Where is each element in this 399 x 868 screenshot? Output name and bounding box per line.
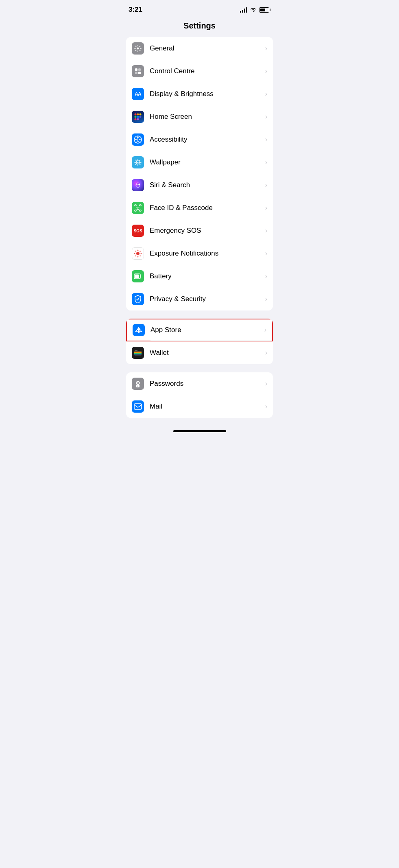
sidebar-item-mail[interactable]: Mail ›	[126, 395, 273, 418]
svg-point-25	[137, 250, 139, 251]
home-screen-chevron: ›	[265, 113, 267, 120]
svg-rect-38	[134, 354, 142, 354]
battery-icon-row	[132, 270, 144, 282]
privacy-security-chevron: ›	[265, 295, 267, 303]
passwords-icon	[132, 378, 144, 390]
passwords-chevron: ›	[265, 380, 267, 387]
battery-label: Battery	[150, 272, 265, 280]
home-bar	[173, 430, 226, 432]
sidebar-item-passwords[interactable]: Passwords ›	[126, 372, 273, 395]
svg-point-12	[137, 118, 139, 120]
wallet-label: Wallet	[150, 349, 265, 357]
svg-point-13	[137, 136, 139, 138]
wallpaper-icon	[132, 156, 144, 168]
siri-search-chevron: ›	[265, 181, 267, 189]
sidebar-item-emergency-sos[interactable]: SOS Emergency SOS ›	[126, 219, 273, 242]
svg-rect-39	[135, 350, 137, 351]
svg-point-32	[140, 255, 141, 256]
svg-point-9	[137, 116, 139, 118]
sidebar-item-display-brightness[interactable]: AA Display & Brightness ›	[126, 83, 273, 105]
sidebar-item-accessibility[interactable]: Accessibility ›	[126, 128, 273, 151]
emergency-sos-chevron: ›	[265, 227, 267, 234]
siri-icon	[132, 179, 144, 191]
sidebar-item-face-id[interactable]: Face ID & Passcode ›	[126, 197, 273, 219]
page-title: Settings	[120, 17, 279, 37]
face-id-icon	[132, 202, 144, 214]
wallet-icon	[132, 347, 144, 359]
svg-rect-1	[135, 68, 137, 71]
svg-point-27	[134, 253, 135, 254]
accessibility-icon	[132, 133, 144, 146]
app-store-chevron: ›	[264, 326, 266, 334]
app-store-icon	[133, 324, 145, 336]
privacy-security-icon	[132, 293, 144, 305]
svg-point-26	[137, 256, 139, 258]
control-centre-icon	[132, 65, 144, 77]
svg-point-6	[137, 114, 139, 116]
display-brightness-label: Display & Brightness	[150, 90, 265, 98]
mail-chevron: ›	[265, 403, 267, 410]
sidebar-item-home-screen[interactable]: Home Screen ›	[126, 105, 273, 128]
svg-rect-21	[140, 210, 141, 211]
svg-point-41	[137, 383, 139, 384]
svg-rect-19	[140, 205, 141, 206]
wifi-icon	[250, 7, 257, 13]
exposure-chevron: ›	[265, 250, 267, 257]
signal-icon	[240, 7, 247, 13]
svg-point-28	[141, 253, 142, 254]
control-centre-chevron: ›	[265, 68, 267, 75]
sidebar-item-privacy-security[interactable]: Privacy & Security ›	[126, 288, 273, 310]
svg-rect-2	[138, 68, 141, 71]
home-indicator	[120, 426, 279, 435]
svg-rect-43	[134, 404, 142, 409]
sidebar-item-app-store[interactable]: App Store ›	[126, 319, 273, 341]
svg-rect-37	[134, 353, 142, 354]
emergency-sos-icon: SOS	[132, 225, 144, 237]
wallpaper-chevron: ›	[265, 159, 267, 166]
exposure-label: Exposure Notifications	[150, 249, 265, 258]
privacy-security-label: Privacy & Security	[150, 295, 265, 303]
svg-rect-20	[135, 210, 136, 211]
display-brightness-chevron: ›	[265, 90, 267, 98]
app-store-label: App Store	[150, 326, 264, 334]
wallpaper-label: Wallpaper	[150, 158, 265, 166]
passwords-label: Passwords	[150, 380, 265, 388]
home-screen-label: Home Screen	[150, 113, 265, 121]
svg-point-5	[135, 114, 137, 116]
accessibility-chevron: ›	[265, 136, 267, 143]
mail-label: Mail	[150, 402, 265, 411]
sidebar-item-siri-search[interactable]: Siri & Search ›	[126, 174, 273, 197]
svg-point-23	[139, 207, 140, 208]
display-brightness-icon: AA	[132, 88, 144, 100]
sidebar-item-wallet[interactable]: Wallet ›	[126, 341, 273, 364]
wallet-chevron: ›	[265, 349, 267, 356]
home-screen-icon	[132, 111, 144, 123]
svg-point-16	[137, 162, 139, 163]
status-bar: 3:21	[120, 0, 279, 17]
svg-rect-4	[138, 72, 141, 74]
emergency-sos-label: Emergency SOS	[150, 227, 265, 235]
control-centre-label: Control Centre	[150, 67, 265, 75]
status-icons	[240, 7, 270, 13]
sidebar-item-general[interactable]: General ›	[126, 37, 273, 60]
accessibility-label: Accessibility	[150, 136, 265, 144]
sidebar-item-wallpaper[interactable]: Wallpaper ›	[126, 151, 273, 174]
general-chevron: ›	[265, 45, 267, 52]
svg-rect-3	[135, 72, 137, 74]
svg-point-29	[135, 251, 136, 252]
face-id-label: Face ID & Passcode	[150, 204, 265, 212]
sidebar-item-exposure[interactable]: Exposure Notifications ›	[126, 242, 273, 265]
battery-chevron: ›	[265, 273, 267, 280]
svg-point-0	[137, 48, 139, 50]
settings-group-apps2: Passwords › Mail ›	[126, 372, 273, 418]
siri-search-label: Siri & Search	[150, 181, 265, 189]
settings-group-apps1: App Store › Wallet ›	[126, 319, 273, 364]
svg-point-22	[137, 207, 137, 208]
face-id-chevron: ›	[265, 204, 267, 212]
sidebar-item-battery[interactable]: Battery ›	[126, 265, 273, 288]
svg-point-30	[140, 251, 141, 252]
sidebar-item-control-centre[interactable]: Control Centre ›	[126, 60, 273, 83]
svg-rect-18	[135, 205, 136, 206]
svg-point-8	[135, 116, 137, 118]
settings-group-general: General › Control Centre › AA Display & …	[126, 37, 273, 310]
